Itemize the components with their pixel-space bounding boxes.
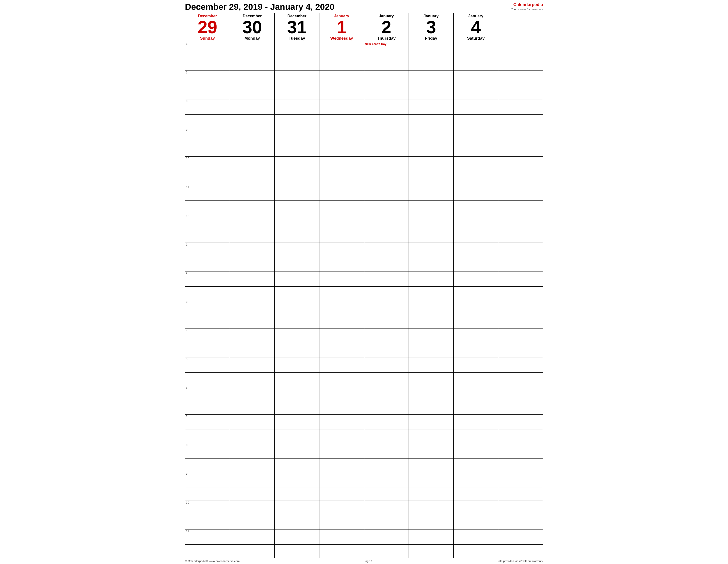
time-row-half-17 <box>185 544 543 558</box>
event-cell-day4-row12 <box>409 386 454 401</box>
event-cell-day5-row17 <box>453 529 498 544</box>
event-cell-half-day3-row9 <box>364 315 409 329</box>
time-row-half-13 <box>185 430 543 443</box>
event-cell-day4-row16 <box>409 501 454 516</box>
event-cell-day2-row16 <box>319 501 364 516</box>
event-cell-day5-row13 <box>453 415 498 430</box>
day-header-friday: January3Friday <box>409 13 454 42</box>
event-cell-half-day5-row0 <box>453 57 498 71</box>
event-cell-day3-row8 <box>364 271 409 286</box>
event-cell-day3-row15 <box>364 472 409 487</box>
event-cell-half-day1-row16 <box>275 516 319 529</box>
time-label-half-4 <box>185 172 230 185</box>
event-cell-half-day5-row8 <box>453 286 498 300</box>
time-row-half-10 <box>185 344 543 357</box>
event-cell-day2-row7 <box>319 243 364 258</box>
event-cell-half-day4-row5 <box>409 201 454 214</box>
event-cell-half-day0-row3 <box>230 143 275 157</box>
event-cell-day0-row16 <box>230 501 275 516</box>
event-cell-day0-row12 <box>230 386 275 401</box>
event-cell-half-day3-row8 <box>364 286 409 300</box>
day-number-2: 31 <box>276 18 318 36</box>
event-cell-half-day4-row7 <box>409 258 454 271</box>
time-label-half-2 <box>185 115 230 128</box>
page-header: December 29, 2019 - January 4, 2020 Cale… <box>185 2 543 12</box>
event-cell-day1-row1 <box>275 71 319 86</box>
event-cell-day4-row10 <box>409 328 454 344</box>
event-cell-day4-row4 <box>409 157 454 172</box>
event-cell-half-day1-row17 <box>275 544 319 558</box>
event-cell-half-day0-row8 <box>230 286 275 300</box>
time-label-7: 1 <box>185 243 230 258</box>
event-cell-half-day6-row7 <box>498 258 543 271</box>
event-cell-day0-row8 <box>230 271 275 286</box>
event-cell-half-day0-row1 <box>230 86 275 99</box>
event-cell-half-day2-row11 <box>319 372 364 386</box>
event-cell-day5-row9 <box>453 300 498 315</box>
event-cell-half-day2-row14 <box>319 458 364 472</box>
event-cell-day5-row12 <box>453 386 498 401</box>
day-name-1: Monday <box>231 36 273 41</box>
event-cell-day0-row7 <box>230 243 275 258</box>
event-cell-half-day3-row14 <box>364 458 409 472</box>
event-cell-day5-row15 <box>453 472 498 487</box>
event-cell-half-day4-row6 <box>409 229 454 243</box>
day-number-4: 2 <box>366 18 407 36</box>
event-cell-half-day2-row3 <box>319 143 364 157</box>
time-label-12: 6 <box>185 386 230 401</box>
event-cell-day6-row2 <box>498 99 543 115</box>
time-label-half-17 <box>185 544 230 558</box>
event-cell-day0-row9 <box>230 300 275 315</box>
event-cell-day3-row6 <box>364 214 409 229</box>
event-cell-day2-row1 <box>319 71 364 86</box>
event-cell-day6-row8 <box>498 271 543 286</box>
event-cell-day6-row5 <box>498 185 543 201</box>
event-cell-half-day4-row3 <box>409 143 454 157</box>
event-cell-day1-row6 <box>275 214 319 229</box>
event-cell-day6-row7 <box>498 243 543 258</box>
day-number-1: 30 <box>231 18 273 36</box>
event-cell-day1-row3 <box>275 128 319 143</box>
time-label-1: 7 <box>185 71 230 86</box>
event-cell-day2-row11 <box>319 357 364 372</box>
event-cell-day3-row17 <box>364 529 409 544</box>
day-name-4: Thursday <box>366 36 407 41</box>
logo: Calendarpedia Your source for calendars <box>511 2 543 11</box>
event-cell-day6-row6 <box>498 214 543 229</box>
time-row-3: 9 <box>185 128 543 143</box>
event-cell-half-day0-row0 <box>230 57 275 71</box>
time-label-half-5 <box>185 201 230 214</box>
event-cell-day6-row4 <box>498 157 543 172</box>
time-label-half-12 <box>185 401 230 415</box>
event-cell-day1-row12 <box>275 386 319 401</box>
event-cell-day4-row17 <box>409 529 454 544</box>
event-cell-half-day6-row8 <box>498 286 543 300</box>
event-cell-half-day4-row14 <box>409 458 454 472</box>
event-cell-day0-row14 <box>230 443 275 458</box>
event-cell-half-day2-row8 <box>319 286 364 300</box>
event-cell-half-day1-row9 <box>275 315 319 329</box>
event-cell-half-day2-row4 <box>319 172 364 185</box>
event-cell-half-day4-row9 <box>409 315 454 329</box>
event-cell-day4-row13 <box>409 415 454 430</box>
event-cell-half-day0-row11 <box>230 372 275 386</box>
day-header-thursday: January2Thursday <box>364 13 409 42</box>
time-row-13: 7 <box>185 415 543 430</box>
event-cell-day4-row15 <box>409 472 454 487</box>
event-cell-half-day5-row11 <box>453 372 498 386</box>
calendar-table: December29SundayDecember30MondayDecember… <box>185 13 543 558</box>
event-cell-half-day6-row15 <box>498 487 543 501</box>
event-cell-day2-row12 <box>319 386 364 401</box>
time-row-half-9 <box>185 315 543 329</box>
page-title: December 29, 2019 - January 4, 2020 <box>185 2 334 12</box>
event-cell-half-day5-row5 <box>453 201 498 214</box>
event-cell-half-day4-row0 <box>409 57 454 71</box>
time-row-half-4 <box>185 172 543 185</box>
time-row-1: 7 <box>185 71 543 86</box>
event-cell-half-day0-row15 <box>230 487 275 501</box>
event-cell-day6-row1 <box>498 71 543 86</box>
event-cell-half-day5-row2 <box>453 115 498 128</box>
time-row-half-14 <box>185 458 543 472</box>
time-row-15: 9 <box>185 472 543 487</box>
event-cell-half-day0-row12 <box>230 401 275 415</box>
